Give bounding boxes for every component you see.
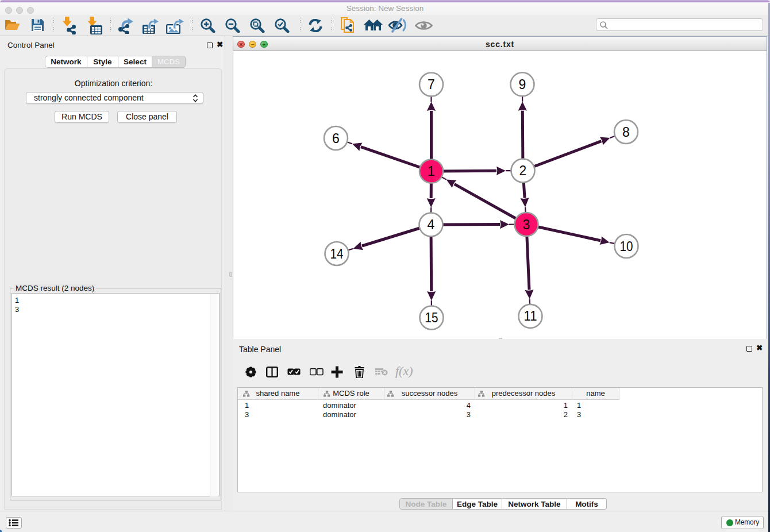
svg-text:6: 6: [332, 131, 340, 146]
svg-text:8: 8: [622, 125, 630, 140]
svg-text:9: 9: [519, 77, 526, 92]
svg-text:10: 10: [620, 239, 633, 254]
svg-text:1: 1: [428, 164, 435, 179]
svg-text:15: 15: [425, 310, 438, 325]
svg-text:3: 3: [523, 217, 530, 232]
svg-text:14: 14: [330, 246, 344, 261]
svg-text:7: 7: [428, 77, 435, 92]
svg-text:11: 11: [524, 309, 537, 323]
svg-text:4: 4: [428, 217, 435, 232]
svg-text:2: 2: [519, 163, 527, 178]
